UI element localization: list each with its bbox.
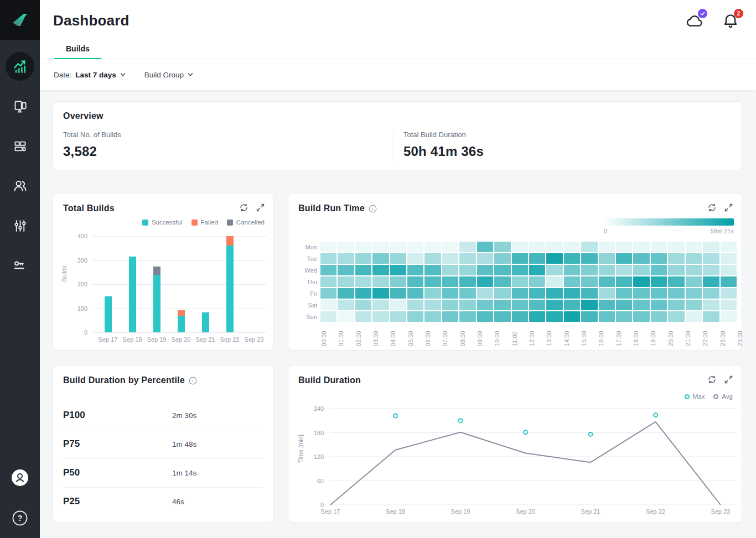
heatmap-cell-fri-21:00[interactable] (686, 288, 702, 299)
heatmap-cell-mon-16:00[interactable] (599, 242, 615, 252)
tab-builds[interactable]: Builds (54, 40, 102, 59)
heatmap-cell-thu-23:00[interactable] (721, 276, 737, 287)
heatmap-cell-tue-11:00[interactable] (512, 253, 528, 264)
heatmap-cell-sun-02:00[interactable] (355, 311, 371, 322)
bar-segment-successful[interactable] (129, 257, 136, 332)
heatmap-cell-sun-04:00[interactable] (390, 311, 406, 322)
heatmap-cell-wed-15:00[interactable] (581, 265, 597, 275)
sidebar-item-insights[interactable] (6, 52, 34, 81)
heatmap-cell-mon-19:00[interactable] (651, 242, 667, 252)
heatmap-cell-sat-19:00[interactable] (651, 300, 667, 310)
heatmap-cell-wed-11:00[interactable] (512, 265, 528, 275)
heatmap-cell-thu-09:00[interactable] (477, 276, 493, 287)
heatmap-cell-sat-23:00[interactable] (721, 300, 737, 310)
heatmap-cell-sat-02:00[interactable] (355, 300, 371, 310)
heatmap-cell-tue-18:00[interactable] (633, 253, 649, 264)
heatmap-cell-fri-13:00[interactable] (546, 288, 562, 299)
heatmap-cell-sat-05:00[interactable] (407, 300, 423, 310)
heatmap-cell-fri-19:00[interactable] (651, 288, 667, 299)
heatmap-cell-fri-08:00[interactable] (459, 288, 475, 299)
heatmap-cell-wed-14:00[interactable] (564, 265, 580, 275)
legend-item-avg[interactable]: Avg (713, 393, 733, 400)
heatmap-cell-wed-16:00[interactable] (599, 265, 615, 275)
heatmap-cell-sat-08:00[interactable] (459, 300, 475, 310)
heatmap-cell-tue-05:00[interactable] (407, 253, 423, 264)
bar-segment-failed[interactable] (178, 310, 185, 316)
heatmap-cell-fri-07:00[interactable] (442, 288, 458, 299)
heatmap-cell-thu-20:00[interactable] (668, 276, 684, 287)
heatmap-cell-mon-13:00[interactable] (546, 242, 562, 252)
bar-segment-failed[interactable] (226, 236, 234, 246)
heatmap-cell-mon-11:00[interactable] (512, 242, 528, 252)
heatmap-cell-tue-12:00[interactable] (529, 253, 545, 264)
heatmap-cell-thu-06:00[interactable] (424, 276, 441, 287)
max-data-point[interactable] (589, 432, 593, 436)
legend-item-cancelled[interactable]: Cancelled (227, 219, 265, 226)
heatmap-cell-sat-06:00[interactable] (424, 300, 441, 310)
heatmap-cell-sat-10:00[interactable] (494, 300, 510, 310)
heatmap-cell-fri-16:00[interactable] (599, 288, 615, 299)
sidebar-item-settings[interactable] (0, 211, 40, 240)
heatmap-cell-sun-16:00[interactable] (599, 311, 615, 322)
heatmap-cell-sat-12:00[interactable] (529, 300, 545, 310)
heatmap-cell-mon-22:00[interactable] (703, 242, 719, 252)
heatmap-cell-mon-02:00[interactable] (355, 242, 371, 252)
heatmap-cell-sun-11:00[interactable] (512, 311, 528, 322)
heatmap-cell-fri-02:00[interactable] (355, 288, 371, 299)
heatmap-cell-fri-03:00[interactable] (372, 288, 389, 299)
heatmap-cell-sun-22:00[interactable] (703, 311, 719, 322)
heatmap-cell-mon-00:00[interactable] (320, 242, 336, 252)
bar-segment-successful[interactable] (105, 296, 112, 332)
heatmap-cell-fri-15:00[interactable] (581, 288, 597, 299)
heatmap-cell-tue-08:00[interactable] (459, 253, 475, 264)
heatmap-cell-tue-15:00[interactable] (581, 253, 597, 264)
sidebar-item-api-keys[interactable] (0, 251, 40, 280)
bar-segment-successful[interactable] (226, 246, 234, 332)
refresh-icon[interactable] (239, 203, 248, 212)
heatmap-cell-sat-01:00[interactable] (338, 300, 354, 310)
heatmap-cell-thu-04:00[interactable] (390, 276, 406, 287)
heatmap-cell-sun-12:00[interactable] (529, 311, 545, 322)
heatmap-cell-fri-20:00[interactable] (668, 288, 684, 299)
heatmap-cell-thu-22:00[interactable] (703, 276, 719, 287)
heatmap-cell-thu-15:00[interactable] (581, 276, 597, 287)
heatmap-cell-wed-01:00[interactable] (338, 265, 354, 275)
bar-segment-successful[interactable] (202, 312, 209, 332)
heatmap-cell-sun-20:00[interactable] (668, 311, 684, 322)
heatmap-cell-sat-00:00[interactable] (320, 300, 336, 310)
heatmap-cell-wed-19:00[interactable] (651, 265, 667, 275)
heatmap-cell-tue-10:00[interactable] (494, 253, 510, 264)
help-button[interactable]: ? (0, 510, 40, 526)
heatmap-cell-wed-21:00[interactable] (686, 265, 702, 275)
heatmap-cell-sat-17:00[interactable] (616, 300, 632, 310)
heatmap-cell-tue-01:00[interactable] (338, 253, 354, 264)
heatmap-cell-tue-19:00[interactable] (651, 253, 667, 264)
heatmap-cell-mon-23:00[interactable] (721, 242, 737, 252)
heatmap-cell-fri-18:00[interactable] (633, 288, 649, 299)
heatmap-cell-sun-21:00[interactable] (686, 311, 702, 322)
heatmap-cell-thu-19:00[interactable] (651, 276, 667, 287)
heatmap-cell-sun-18:00[interactable] (633, 311, 649, 322)
heatmap-cell-wed-12:00[interactable] (529, 265, 545, 275)
info-icon[interactable] (189, 377, 197, 385)
heatmap-cell-wed-17:00[interactable] (616, 265, 632, 275)
heatmap-cell-fri-05:00[interactable] (407, 288, 423, 299)
heatmap-cell-tue-23:00[interactable] (721, 253, 737, 264)
heatmap-cell-tue-07:00[interactable] (442, 253, 458, 264)
heatmap-cell-wed-05:00[interactable] (407, 265, 423, 275)
heatmap-cell-thu-01:00[interactable] (338, 276, 354, 287)
heatmap-cell-mon-15:00[interactable] (581, 242, 597, 252)
heatmap-cell-mon-07:00[interactable] (442, 242, 458, 252)
heatmap-cell-thu-07:00[interactable] (442, 276, 458, 287)
heatmap-cell-tue-02:00[interactable] (355, 253, 371, 264)
heatmap-cell-fri-14:00[interactable] (564, 288, 580, 299)
heatmap-cell-tue-03:00[interactable] (372, 253, 389, 264)
date-filter-dropdown[interactable]: Date: Last 7 days (54, 71, 126, 79)
heatmap-cell-tue-14:00[interactable] (564, 253, 580, 264)
refresh-icon[interactable] (707, 375, 717, 384)
heatmap-cell-tue-17:00[interactable] (616, 253, 632, 264)
heatmap-cell-sat-18:00[interactable] (633, 300, 649, 310)
heatmap-cell-sat-15:00[interactable] (581, 300, 597, 310)
heatmap-cell-sun-09:00[interactable] (477, 311, 493, 322)
app-logo[interactable] (0, 0, 40, 40)
